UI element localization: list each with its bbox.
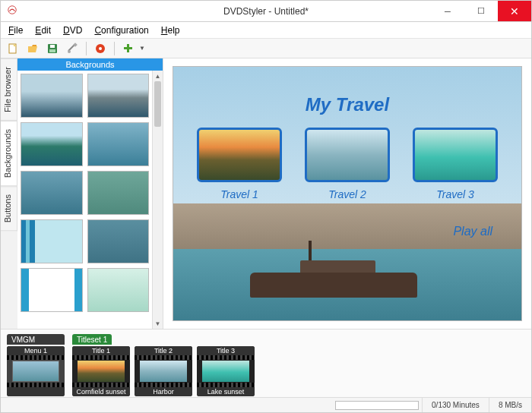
background-thumb[interactable] bbox=[87, 268, 150, 312]
title-bottom: Lake sunset bbox=[197, 387, 255, 396]
title-top: Title 1 bbox=[72, 346, 130, 355]
menu-configuration[interactable]: Configuration bbox=[90, 24, 153, 37]
dvd-menu-item[interactable]: Travel 3 bbox=[413, 128, 498, 200]
scroll-thumb[interactable] bbox=[154, 81, 161, 127]
tab-backgrounds[interactable]: Backgrounds bbox=[1, 121, 17, 186]
background-thumb[interactable] bbox=[21, 122, 83, 166]
titleset-header[interactable]: Titleset 1 bbox=[72, 334, 112, 345]
title-bar: DVDStyler - Untitled* ─ ☐ ✕ bbox=[1, 1, 531, 22]
tab-buttons[interactable]: Buttons bbox=[1, 186, 17, 231]
menu-bar: File Edit DVD Configuration Help bbox=[1, 22, 531, 39]
backgrounds-header: Backgrounds bbox=[17, 58, 163, 71]
close-button[interactable]: ✕ bbox=[498, 1, 531, 21]
settings-icon[interactable] bbox=[65, 41, 80, 56]
timeline-title-item[interactable]: Title 3Lake sunset bbox=[197, 346, 255, 396]
scroll-down-icon[interactable]: ▼ bbox=[153, 318, 163, 329]
background-thumb[interactable] bbox=[21, 171, 83, 215]
tab-file-browser[interactable]: File browser bbox=[1, 58, 17, 121]
burn-icon[interactable] bbox=[93, 41, 108, 56]
save-icon[interactable] bbox=[45, 41, 60, 56]
maximize-button[interactable]: ☐ bbox=[464, 1, 498, 21]
play-all-button[interactable]: Play all bbox=[453, 225, 492, 238]
minimize-button[interactable]: ─ bbox=[431, 1, 464, 21]
status-bitrate: 8 MB/s bbox=[489, 398, 531, 412]
timeline-menu-label: Menu 1 bbox=[7, 346, 65, 355]
dvd-menu-item-label: Travel 3 bbox=[413, 188, 498, 200]
canvas-area: My Travel Travel 1Travel 2Travel 3 Play … bbox=[163, 58, 531, 329]
dvd-menu-item-label: Travel 1 bbox=[197, 188, 282, 200]
vmgm-header[interactable]: VMGM bbox=[7, 334, 65, 345]
open-icon[interactable] bbox=[25, 41, 40, 56]
toolbar: ▼ bbox=[1, 39, 531, 58]
dvd-menu-item[interactable]: Travel 2 bbox=[305, 128, 390, 200]
timeline-title-item[interactable]: Title 1Cornfield sunset bbox=[72, 346, 130, 396]
menu-help[interactable]: Help bbox=[157, 24, 185, 37]
background-thumb[interactable] bbox=[87, 219, 150, 263]
title-thumb bbox=[78, 361, 125, 382]
dvd-menu-item-label: Travel 2 bbox=[305, 188, 390, 200]
menu-edit[interactable]: Edit bbox=[30, 24, 55, 37]
timeline-vmgm: VMGM Menu 1 bbox=[7, 334, 65, 396]
side-tabs: File browser Backgrounds Buttons bbox=[1, 58, 17, 329]
background-thumb[interactable] bbox=[21, 74, 83, 118]
backgrounds-scrollbar[interactable]: ▲ ▼ bbox=[152, 71, 163, 329]
title-bottom: Cornfield sunset bbox=[72, 387, 130, 396]
background-thumb[interactable] bbox=[87, 74, 150, 118]
thumbnail-image bbox=[413, 128, 498, 182]
status-bar: 0/130 Minutes 8 MB/s bbox=[1, 397, 531, 412]
title-top: Title 2 bbox=[135, 346, 192, 355]
new-icon[interactable] bbox=[5, 41, 21, 56]
svg-point-8 bbox=[99, 47, 102, 50]
thumbnail-image bbox=[305, 128, 390, 182]
scroll-up-icon[interactable]: ▲ bbox=[153, 71, 163, 81]
status-duration: 0/130 Minutes bbox=[422, 398, 489, 412]
main-area: File browser Backgrounds Buttons Backgro… bbox=[1, 58, 531, 329]
app-icon bbox=[7, 5, 17, 18]
background-thumb[interactable] bbox=[87, 122, 150, 166]
svg-rect-3 bbox=[50, 45, 55, 48]
progress-bar bbox=[335, 401, 419, 410]
menu-dvd[interactable]: DVD bbox=[59, 24, 87, 37]
timeline: VMGM Menu 1 Titleset 1 Title 1Cornfield … bbox=[1, 329, 531, 397]
title-thumb bbox=[140, 361, 187, 382]
svg-rect-10 bbox=[124, 47, 132, 49]
menu-file[interactable]: File bbox=[4, 24, 27, 37]
add-dropdown-icon[interactable]: ▼ bbox=[139, 45, 145, 52]
title-bottom: Harbor bbox=[135, 387, 192, 396]
thumbnail-image bbox=[197, 128, 282, 182]
add-icon[interactable] bbox=[121, 41, 136, 56]
title-top: Title 3 bbox=[197, 346, 255, 355]
timeline-titleset: Titleset 1 Title 1Cornfield sunsetTitle … bbox=[72, 334, 255, 396]
svg-point-0 bbox=[8, 5, 17, 14]
dvd-menu-canvas[interactable]: My Travel Travel 1Travel 2Travel 3 Play … bbox=[173, 66, 522, 321]
title-thumb bbox=[202, 361, 249, 382]
timeline-title-item[interactable]: Title 2Harbor bbox=[135, 346, 192, 396]
svg-point-6 bbox=[68, 50, 71, 53]
background-thumb[interactable] bbox=[21, 268, 83, 312]
dvd-menu-item[interactable]: Travel 1 bbox=[197, 128, 282, 200]
backgrounds-panel: Backgrounds ▲ ▼ bbox=[17, 58, 163, 329]
timeline-menu-item[interactable]: Menu 1 bbox=[7, 346, 65, 396]
background-thumb[interactable] bbox=[87, 171, 150, 215]
svg-rect-4 bbox=[49, 49, 55, 52]
background-thumb[interactable] bbox=[21, 219, 83, 263]
dvd-menu-title[interactable]: My Travel bbox=[173, 94, 521, 115]
ship-graphic bbox=[250, 252, 417, 298]
